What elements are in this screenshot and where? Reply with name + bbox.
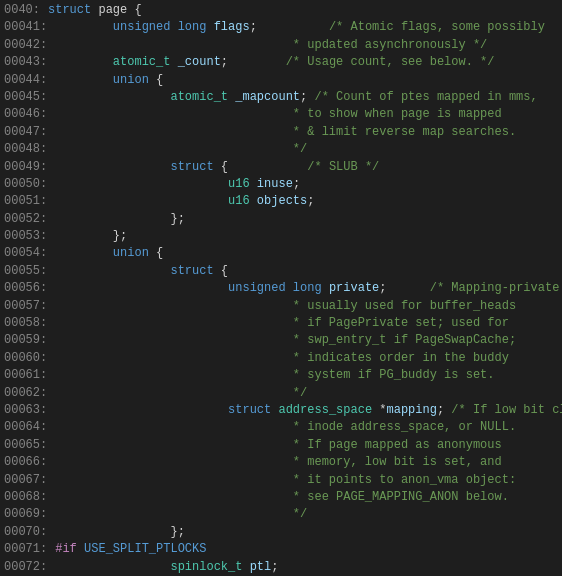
comment: /* Usage count, see below. */: [286, 55, 495, 69]
line-content: * if PagePrivate set; used for: [55, 315, 558, 332]
table-row: 00063: struct address_space *mapping; /*…: [0, 402, 562, 419]
table-row: 00067: * it points to anon_vma object:: [0, 472, 562, 489]
table-row: 00065: * If page mapped as anonymous: [0, 437, 562, 454]
plain-text: [55, 299, 285, 313]
plain-text: [55, 560, 170, 574]
comment: /* Count of ptes mapped in mms,: [314, 90, 537, 104]
plain-text: {: [214, 160, 308, 174]
plain-text: [55, 229, 113, 243]
line-number: 00059:: [4, 332, 55, 349]
plain-text: [55, 420, 285, 434]
comment: */: [286, 386, 308, 400]
plain-text: [55, 212, 170, 226]
field-name: flags: [214, 20, 250, 34]
line-content: union {: [55, 72, 558, 89]
line-content: union {: [55, 245, 558, 262]
table-row: 00062: */: [0, 385, 562, 402]
line-number: 00042:: [4, 37, 55, 54]
table-row: 00059: * swp_entry_t if PageSwapCache;: [0, 332, 562, 349]
table-row: 00048: */: [0, 141, 562, 158]
line-number: 00065:: [4, 437, 55, 454]
table-row: 00047: * & limit reverse map searches.: [0, 124, 562, 141]
field-name: inuse: [257, 177, 293, 191]
line-content: */: [55, 141, 558, 158]
line-content: };: [55, 211, 558, 228]
plain-text: [55, 490, 285, 504]
line-number: 00067:: [4, 472, 55, 489]
table-row: 00060: * indicates order in the buddy: [0, 350, 562, 367]
plain-text: [55, 142, 285, 156]
field-name: ptl: [250, 560, 272, 574]
line-number: 00058:: [4, 315, 55, 332]
plain-text: [55, 194, 228, 208]
plain-text: ;: [307, 194, 314, 208]
keyword: struct: [48, 3, 91, 17]
line-content: unsigned long flags; /* Atomic flags, so…: [55, 19, 558, 36]
line-number: 00057:: [4, 298, 55, 315]
line-content: #if USE_SPLIT_PTLOCKS: [55, 541, 558, 558]
plain-text: {: [214, 264, 228, 278]
plain-text: [55, 73, 113, 87]
table-row: 00044: union {: [0, 72, 562, 89]
plain-text: ;: [379, 281, 429, 295]
line-number: 00064:: [4, 419, 55, 436]
line-number: 00061:: [4, 367, 55, 384]
plain-text: [55, 507, 285, 521]
plain-text: [55, 455, 285, 469]
comment: * usually used for buffer_heads: [286, 299, 516, 313]
plain-text: [170, 55, 177, 69]
line-content: struct {: [55, 263, 558, 280]
table-row: 00041: unsigned long flags; /* Atomic fl…: [0, 19, 562, 36]
line-number: 00044:: [4, 72, 55, 89]
field-name: mapping: [387, 403, 437, 417]
table-row: 00071:#if USE_SPLIT_PTLOCKS: [0, 541, 562, 558]
table-row: 00053: };: [0, 228, 562, 245]
comment: * inode address_space, or NULL.: [286, 420, 516, 434]
comment: * system if PG_buddy is set.: [286, 368, 495, 382]
plain-text: [55, 351, 285, 365]
line-content: * see PAGE_MAPPING_ANON below.: [55, 489, 558, 506]
field-name: objects: [257, 194, 307, 208]
table-row: 00043: atomic_t _count; /* Usage count, …: [0, 54, 562, 71]
line-content: * to show when page is mapped: [55, 106, 558, 123]
line-number: 00060:: [4, 350, 55, 367]
line-number: 00050:: [4, 176, 55, 193]
table-row: 00069: */: [0, 506, 562, 523]
plain-text: [55, 386, 285, 400]
table-row: 00072: spinlock_t ptl;: [0, 559, 562, 576]
line-content: };: [55, 524, 558, 541]
table-row: 00061: * system if PG_buddy is set.: [0, 367, 562, 384]
table-row: 00050: u16 inuse;: [0, 176, 562, 193]
table-row: 00058: * if PagePrivate set; used for: [0, 315, 562, 332]
preprocessor: #if: [55, 542, 77, 556]
line-number: 00047:: [4, 124, 55, 141]
comment: /* SLUB */: [307, 160, 379, 174]
line-number: 00070:: [4, 524, 55, 541]
keyword: unsigned long: [113, 20, 207, 34]
plain-text: page {: [91, 3, 141, 17]
table-row: 00042: * updated asynchronously */: [0, 37, 562, 54]
comment: * swp_entry_t if PageSwapCache;: [286, 333, 516, 347]
line-content: atomic_t _count; /* Usage count, see bel…: [55, 54, 558, 71]
plain-text: [55, 525, 170, 539]
keyword: unsigned long: [228, 281, 322, 295]
plain-text: [55, 333, 285, 347]
line-number: 00051:: [4, 193, 55, 210]
plain-text: [55, 246, 113, 260]
line-content: * If page mapped as anonymous: [55, 437, 558, 454]
table-row: 00045: atomic_t _mapcount; /* Count of p…: [0, 89, 562, 106]
line-number: 00056:: [4, 280, 55, 297]
field-name: private: [329, 281, 379, 295]
comment: * & limit reverse map searches.: [286, 125, 516, 139]
plain-text: ;: [221, 55, 286, 69]
keyword: struct: [170, 160, 213, 174]
plain-text: *: [372, 403, 386, 417]
line-content: u16 inuse;: [55, 176, 558, 193]
plain-text: [77, 542, 84, 556]
line-content: */: [55, 506, 558, 523]
line-content: u16 objects;: [55, 193, 558, 210]
table-row: 0040:struct page {: [0, 2, 562, 19]
line-content: * usually used for buffer_heads: [55, 298, 558, 315]
line-content: * system if PG_buddy is set.: [55, 367, 558, 384]
keyword: union: [113, 246, 149, 260]
